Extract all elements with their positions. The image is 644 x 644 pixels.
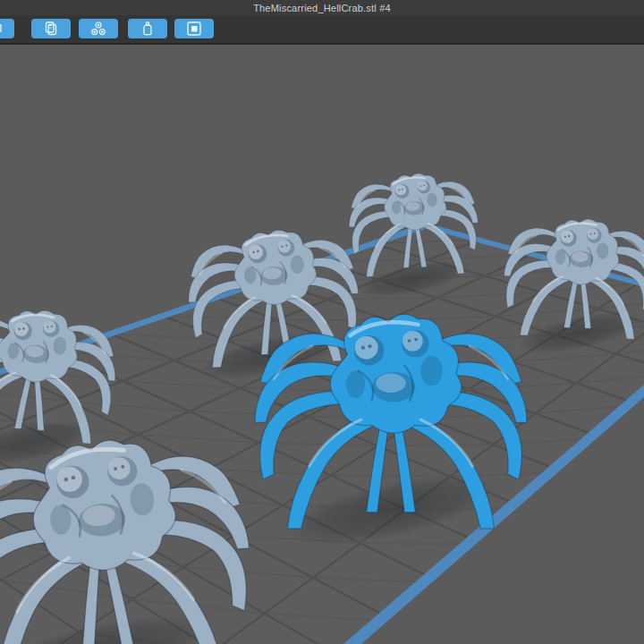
build-plate-button[interactable] [174, 19, 214, 38]
viewport-3d[interactable] [0, 45, 644, 644]
arrange-models-icon [89, 20, 108, 38]
import-model-icon [0, 20, 4, 38]
copy-model-button[interactable] [31, 19, 71, 38]
top-toolbar [0, 15, 644, 46]
import-model-button[interactable] [0, 19, 14, 38]
resin-bottle-button[interactable] [128, 19, 167, 38]
scene-canvas [0, 45, 644, 644]
arrange-models-button[interactable] [79, 19, 118, 38]
title-bar: TheMiscarried_HellCrab.stl #4 [0, 0, 644, 15]
window-title: TheMiscarried_HellCrab.stl #4 [253, 3, 391, 13]
build-plate-icon [184, 20, 204, 38]
slicer-window: { "window": { "title": "TheMiscarried_He… [0, 0, 644, 644]
copy-model-icon [41, 20, 61, 38]
resin-bottle-icon [138, 20, 157, 38]
